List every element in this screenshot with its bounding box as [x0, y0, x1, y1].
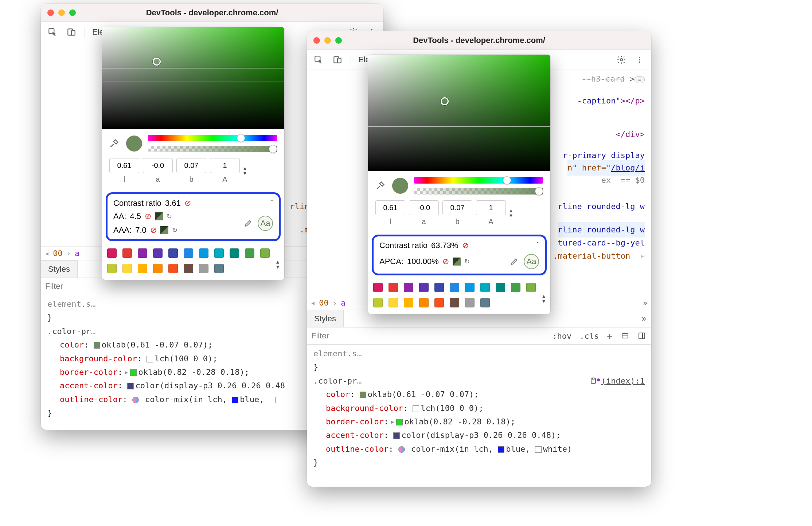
styles-filter-input[interactable]: [307, 327, 365, 344]
value-A-input[interactable]: [210, 158, 240, 173]
palette-swatch[interactable]: [107, 264, 117, 273]
kebab-icon[interactable]: [634, 54, 645, 66]
palette-swatch[interactable]: [260, 248, 270, 258]
palette-swatch[interactable]: [153, 264, 163, 273]
refresh-icon[interactable]: ↻: [464, 258, 470, 266]
format-toggle-icon[interactable]: ▴▾: [243, 166, 246, 176]
palette-swatch[interactable]: [214, 264, 224, 273]
palette-swatch[interactable]: [389, 283, 398, 292]
suggested-color-swatch[interactable]: [160, 226, 168, 234]
window-title: DevTools - developer.chrome.com/: [41, 8, 383, 17]
cls-toggle[interactable]: .cls: [579, 331, 599, 341]
titlebar: DevTools - developer.chrome.com/: [307, 31, 651, 50]
refresh-icon[interactable]: ↻: [172, 226, 177, 234]
palette-swatch[interactable]: [199, 264, 208, 273]
refresh-icon[interactable]: ↻: [167, 212, 172, 220]
styles-filter-input[interactable]: [41, 278, 99, 295]
palette-swatch[interactable]: [245, 248, 254, 258]
saturation-cursor[interactable]: [153, 58, 161, 66]
chevron-up-icon[interactable]: ˆ: [270, 199, 273, 208]
saturation-panel[interactable]: [102, 27, 284, 129]
chevron-up-icon[interactable]: ˆ: [536, 241, 539, 250]
styles-toolbar-icon[interactable]: [621, 331, 629, 340]
palette-swatch[interactable]: [184, 264, 193, 273]
device-icon[interactable]: [66, 26, 77, 38]
palette-swatch[interactable]: [404, 298, 413, 307]
styles-rules[interactable]: element.s… } .color-pr… (index):1 color:…: [307, 345, 651, 477]
palette-swatch[interactable]: [168, 248, 178, 258]
eyedropper-icon[interactable]: [109, 138, 120, 149]
hue-slider[interactable]: [148, 135, 277, 141]
palette-swatch[interactable]: [122, 248, 132, 258]
palette-swatch[interactable]: [214, 248, 224, 258]
current-color-swatch: [392, 178, 408, 194]
styles-filter-row: :hov .cls +: [307, 327, 651, 345]
palette-swatch[interactable]: [450, 298, 459, 307]
svg-point-12: [639, 59, 640, 60]
value-l-input[interactable]: [109, 158, 139, 173]
palette: [102, 246, 276, 280]
palette-swatch[interactable]: [526, 283, 536, 292]
palette: [368, 280, 542, 314]
palette-swatch[interactable]: [496, 283, 505, 292]
palette-swatch[interactable]: [434, 298, 444, 307]
palette-swatch[interactable]: [404, 283, 413, 292]
source-link[interactable]: (index):1: [601, 374, 645, 388]
gear-icon[interactable]: [616, 54, 627, 66]
value-l-input[interactable]: [375, 200, 405, 215]
svg-point-11: [639, 56, 640, 58]
palette-swatch[interactable]: [138, 248, 147, 258]
add-rule-icon[interactable]: +: [607, 330, 613, 341]
palette-swatch[interactable]: [153, 248, 163, 258]
current-color-swatch: [126, 136, 142, 152]
alpha-slider[interactable]: [414, 188, 543, 195]
hue-slider[interactable]: [414, 177, 543, 184]
palette-swatch[interactable]: [511, 283, 520, 292]
tab-styles[interactable]: Styles: [41, 260, 78, 278]
color-value-inputs: l a b A ▴▾: [109, 158, 277, 184]
hov-toggle[interactable]: :hov: [552, 331, 571, 341]
saturation-cursor[interactable]: [441, 97, 449, 105]
saturation-panel[interactable]: [368, 55, 550, 171]
pencil-icon[interactable]: [510, 257, 519, 266]
tab-styles[interactable]: Styles: [307, 310, 344, 327]
href-link[interactable]: /blog/i: [611, 163, 645, 172]
svg-point-13: [639, 61, 640, 63]
palette-switch-icon[interactable]: ▴▾: [276, 256, 284, 270]
palette-switch-icon[interactable]: ▴▾: [542, 290, 550, 304]
palette-swatch[interactable]: [138, 264, 147, 273]
value-a-input[interactable]: [143, 158, 173, 173]
value-A-input[interactable]: [476, 200, 506, 215]
palette-swatch[interactable]: [168, 264, 178, 273]
palette-swatch[interactable]: [184, 248, 193, 258]
palette-swatch[interactable]: [122, 264, 132, 273]
palette-swatch[interactable]: [465, 298, 475, 307]
palette-swatch[interactable]: [107, 248, 117, 258]
palette-swatch[interactable]: [480, 298, 490, 307]
value-a-input[interactable]: [409, 200, 439, 215]
palette-swatch[interactable]: [465, 283, 475, 292]
palette-swatch[interactable]: [419, 283, 429, 292]
format-toggle-icon[interactable]: ▴▾: [510, 208, 512, 219]
alpha-slider[interactable]: [148, 146, 277, 152]
device-icon[interactable]: [332, 54, 343, 66]
palette-swatch[interactable]: [389, 298, 398, 307]
computed-panel-icon[interactable]: [637, 331, 646, 340]
eyedropper-icon[interactable]: [375, 180, 386, 191]
palette-swatch[interactable]: [199, 248, 208, 258]
inspect-icon[interactable]: [313, 54, 324, 66]
palette-swatch[interactable]: [373, 298, 383, 307]
palette-swatch[interactable]: [373, 283, 383, 292]
palette-swatch[interactable]: [480, 283, 490, 292]
value-b-input[interactable]: [176, 158, 206, 173]
palette-swatch[interactable]: [434, 283, 444, 292]
palette-swatch[interactable]: [450, 283, 459, 292]
color-picker-popover: l a b A ▴▾ Contrast ratio 63.73% ⊘ ˆ APC…: [368, 55, 550, 314]
inspect-icon[interactable]: [47, 26, 58, 38]
pencil-icon[interactable]: [244, 219, 253, 228]
palette-swatch[interactable]: [230, 248, 239, 258]
palette-swatch[interactable]: [419, 298, 429, 307]
suggested-color-swatch[interactable]: [453, 258, 461, 266]
value-b-input[interactable]: [442, 200, 472, 215]
suggested-color-swatch[interactable]: [155, 212, 163, 220]
